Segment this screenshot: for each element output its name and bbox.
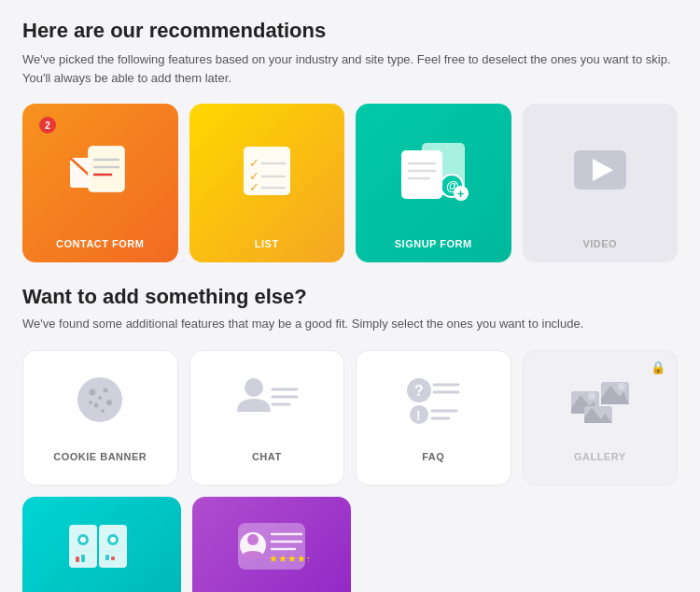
page-subtitle: We've picked the following features base… (22, 50, 678, 87)
svg-rect-1 (89, 147, 124, 191)
svg-text:★★★★★: ★★★★★ (269, 553, 309, 564)
card-gallery[interactable]: 🔒 GALLERY (523, 350, 679, 486)
svg-rect-57 (99, 525, 127, 568)
additional-subtitle: We've found some additional features tha… (22, 315, 678, 333)
card-cookie-banner[interactable]: COOKIE BANNER (22, 350, 178, 486)
svg-rect-17 (401, 150, 442, 199)
svg-point-53 (80, 537, 86, 543)
svg-point-66 (247, 534, 259, 545)
card-contact-form-label: CONTACT FORM (56, 238, 144, 249)
svg-text:?: ? (414, 383, 424, 399)
contact-form-icon (63, 137, 137, 203)
card-gallery-label: GALLERY (574, 451, 626, 462)
chat-icon-area (190, 351, 344, 449)
card-chat-label: CHAT (252, 451, 282, 462)
badge-contact-form: 2 (39, 117, 56, 134)
svg-point-24 (90, 389, 96, 396)
list-icon-area: ✓ ✓ ✓ (189, 104, 345, 236)
svg-point-27 (94, 403, 99, 408)
faq-icon: ? ! (400, 372, 466, 428)
card-pricing-table[interactable]: PRICING TABLE (22, 497, 181, 593)
recommended-cards-row: 2 CONTACT FORM ✓ ✓ (22, 104, 678, 262)
signup-form-icon: @ + (394, 137, 473, 203)
card-signup-form[interactable]: @ + SIGNUP FORM (356, 104, 511, 262)
card-video[interactable]: VIDEO (523, 104, 679, 262)
card-cookie-banner-label: COOKIE BANNER (53, 451, 147, 462)
svg-point-48 (618, 383, 625, 390)
svg-text:✓: ✓ (249, 180, 259, 194)
svg-text:+: + (457, 188, 464, 201)
svg-rect-62 (111, 557, 115, 560)
svg-point-26 (106, 400, 112, 405)
card-list[interactable]: ✓ ✓ ✓ LIST (189, 104, 345, 262)
svg-point-31 (245, 378, 263, 397)
page-heading: Here are our recommendations (22, 19, 678, 43)
svg-point-25 (104, 388, 108, 393)
list-icon: ✓ ✓ ✓ (234, 137, 300, 203)
cookie-banner-icon-area (23, 351, 177, 449)
card-video-label: VIDEO (582, 238, 617, 249)
lock-icon: 🔒 (651, 360, 665, 374)
svg-text:!: ! (416, 408, 421, 423)
signup-form-icon-area: @ + (356, 104, 511, 236)
svg-rect-55 (76, 557, 79, 562)
additional-cards-row-1: COOKIE BANNER CHAT ? (22, 350, 678, 486)
testimonial-icon: ★★★★★ (234, 519, 309, 573)
svg-rect-56 (81, 555, 85, 562)
svg-point-28 (101, 409, 105, 413)
svg-text:✓: ✓ (249, 156, 259, 170)
cookie-icon (72, 372, 128, 428)
testimonial-icon-area: ★★★★★ (192, 497, 351, 593)
card-faq-label: FAQ (422, 451, 444, 462)
card-faq[interactable]: ? ! FAQ (356, 350, 511, 486)
svg-point-29 (89, 401, 92, 404)
chat-icon (233, 373, 301, 427)
svg-rect-61 (105, 555, 109, 560)
video-icon (570, 147, 630, 193)
additional-cards-row-2: PRICING TABLE ★★★★★ TESTIMONIAL (22, 497, 678, 593)
svg-point-30 (98, 396, 102, 400)
card-chat[interactable]: CHAT (189, 350, 345, 486)
card-testimonial[interactable]: ★★★★★ TESTIMONIAL (192, 497, 351, 593)
svg-point-59 (110, 537, 116, 543)
card-signup-form-label: SIGNUP FORM (395, 238, 472, 249)
card-list-label: LIST (255, 238, 279, 249)
video-icon-area (523, 104, 679, 236)
svg-point-45 (588, 392, 595, 400)
faq-icon-area: ? ! (357, 351, 511, 449)
pricing-table-icon-area (22, 497, 181, 593)
gallery-icon (567, 374, 633, 426)
additional-heading: Want to add something else? (22, 285, 678, 309)
pricing-table-icon (65, 519, 138, 573)
card-contact-form[interactable]: 2 CONTACT FORM (22, 104, 178, 262)
